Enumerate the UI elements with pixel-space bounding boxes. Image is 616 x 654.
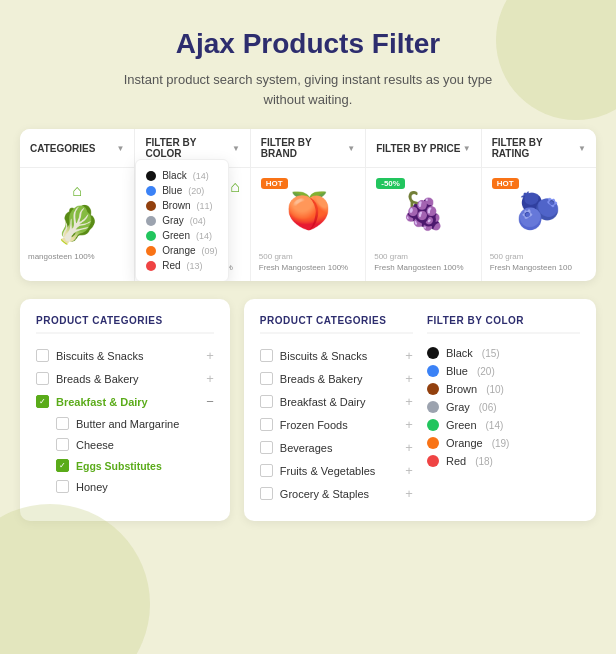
color-filter-count-blue: (20) bbox=[477, 366, 495, 377]
product-card-img-wrap-3: -50% 🍇 bbox=[374, 176, 472, 246]
middle-checkbox-fruits[interactable] bbox=[260, 464, 273, 477]
middle-panel: PRODUCT CATEGORIES Biscuits & Snacks + B… bbox=[260, 315, 413, 505]
color-row-red[interactable]: Red (13) bbox=[146, 258, 217, 273]
color-row-blue[interactable]: Blue (20) bbox=[146, 183, 217, 198]
cat-checkbox-breakfast[interactable] bbox=[36, 395, 49, 408]
cat-item-breakfast[interactable]: Breakfast & Dairy − bbox=[36, 390, 214, 413]
filter-bar-item-price[interactable]: FILTER BY PRICE ▼ bbox=[366, 129, 481, 167]
cat-checkbox-honey[interactable] bbox=[56, 480, 69, 493]
middle-expand-breakfast[interactable]: + bbox=[405, 394, 413, 409]
color-filter-dot-green bbox=[427, 419, 439, 431]
color-row-black[interactable]: Black (14) bbox=[146, 168, 217, 183]
product-emoji-3: 🍇 bbox=[401, 190, 446, 232]
product-badge-hot-4: HOT bbox=[492, 178, 519, 189]
color-row-orange[interactable]: Orange (09) bbox=[146, 243, 217, 258]
filter-bar-item-rating[interactable]: FILTER BY RATING ▼ bbox=[482, 129, 596, 167]
cat-item-cheese[interactable]: Cheese bbox=[36, 434, 214, 455]
cat-label-biscuits: Biscuits & Snacks bbox=[56, 350, 199, 362]
chevron-down-icon: ▼ bbox=[116, 144, 124, 153]
color-filter-blue[interactable]: Blue (20) bbox=[427, 362, 580, 380]
color-filter-count-orange: (19) bbox=[492, 438, 510, 449]
product-card-2[interactable]: HOT 🍑 500 gram Fresh Mangosteen 100% bbox=[251, 168, 366, 281]
filter-bar: CATEGORIES ▼ FILTER BY COLOR ▼ FILTER BY… bbox=[20, 129, 596, 168]
middle-cat-breads[interactable]: Breads & Bakery + bbox=[260, 367, 413, 390]
middle-cat-frozen[interactable]: Frozen Foods + bbox=[260, 413, 413, 436]
cat-expand-biscuits[interactable]: + bbox=[206, 348, 214, 363]
home-icon: ⌂ bbox=[230, 178, 240, 196]
middle-label-breads: Breads & Bakery bbox=[280, 373, 398, 385]
color-filter-gray[interactable]: Gray (06) bbox=[427, 398, 580, 416]
middle-expand-beverages[interactable]: + bbox=[405, 440, 413, 455]
cat-item-honey[interactable]: Honey bbox=[36, 476, 214, 497]
color-dot-orange bbox=[146, 246, 156, 256]
middle-checkbox-breads[interactable] bbox=[260, 372, 273, 385]
product-card-0[interactable]: ⌂ 🥬 mangosteen 100% bbox=[20, 168, 135, 281]
middle-panel-title: PRODUCT CATEGORIES bbox=[260, 315, 413, 334]
middle-label-frozen: Frozen Foods bbox=[280, 419, 398, 431]
color-count-red: (13) bbox=[187, 261, 203, 271]
cat-checkbox-cheese[interactable] bbox=[56, 438, 69, 451]
middle-cat-beverages[interactable]: Beverages + bbox=[260, 436, 413, 459]
middle-expand-frozen[interactable]: + bbox=[405, 417, 413, 432]
color-filter-panel: FILTER BY COLOR Black (15) Blue (20) Bro… bbox=[427, 315, 580, 505]
product-card-info-2: 500 gram Fresh Mangosteen 100% bbox=[259, 251, 357, 273]
cat-item-eggs[interactable]: Eggs Substitutes bbox=[36, 455, 214, 476]
color-filter-green[interactable]: Green (14) bbox=[427, 416, 580, 434]
color-name-green: Green bbox=[162, 230, 190, 241]
middle-label-beverages: Beverages bbox=[280, 442, 398, 454]
deco-circle-bottom-left bbox=[0, 504, 150, 654]
filter-bar-area: CATEGORIES ▼ FILTER BY COLOR ▼ FILTER BY… bbox=[20, 129, 596, 168]
product-weight-4: 500 gram bbox=[490, 251, 588, 262]
color-row-gray[interactable]: Gray (04) bbox=[146, 213, 217, 228]
page-wrapper: Ajax Products Filter Instant product sea… bbox=[0, 0, 616, 654]
product-card-4[interactable]: HOT 🫐 500 gram Fresh Mangosteen 100 bbox=[482, 168, 596, 281]
color-filter-brown[interactable]: Brown (10) bbox=[427, 380, 580, 398]
middle-expand-fruits[interactable]: + bbox=[405, 463, 413, 478]
cat-item-biscuits[interactable]: Biscuits & Snacks + bbox=[36, 344, 214, 367]
filter-bar-item-brand[interactable]: FILTER BY BRAND ▼ bbox=[251, 129, 366, 167]
cat-label-butter: Butter and Margarine bbox=[76, 418, 214, 430]
product-emoji-2: 🍑 bbox=[286, 190, 331, 232]
product-weight-3: 500 gram bbox=[374, 251, 472, 262]
right-panels: PRODUCT CATEGORIES Biscuits & Snacks + B… bbox=[244, 299, 596, 521]
color-filter-dot-gray bbox=[427, 401, 439, 413]
middle-checkbox-beverages[interactable] bbox=[260, 441, 273, 454]
cat-expand-breads[interactable]: + bbox=[206, 371, 214, 386]
filter-bar-item-categories[interactable]: CATEGORIES ▼ bbox=[20, 129, 135, 167]
middle-cat-fruits[interactable]: Fruits & Vegetables + bbox=[260, 459, 413, 482]
cat-collapse-breakfast[interactable]: − bbox=[206, 394, 214, 409]
middle-checkbox-biscuits[interactable] bbox=[260, 349, 273, 362]
color-row-green[interactable]: Green (14) bbox=[146, 228, 217, 243]
product-badge-hot-2: HOT bbox=[261, 178, 288, 189]
color-filter-red[interactable]: Red (18) bbox=[427, 452, 580, 470]
middle-label-biscuits: Biscuits & Snacks bbox=[280, 350, 398, 362]
cat-checkbox-eggs[interactable] bbox=[56, 459, 69, 472]
cat-checkbox-butter[interactable] bbox=[56, 417, 69, 430]
color-filter-black[interactable]: Black (15) bbox=[427, 344, 580, 362]
product-cards-row: ⌂ 🥬 mangosteen 100% HOT ⌂ 🥩 300 gram bbox=[20, 168, 596, 281]
middle-cat-breakfast[interactable]: Breakfast & Dairy + bbox=[260, 390, 413, 413]
middle-label-grocery: Grocery & Staples bbox=[280, 488, 398, 500]
middle-cat-biscuits[interactable]: Biscuits & Snacks + bbox=[260, 344, 413, 367]
cat-item-breads[interactable]: Breads & Bakery + bbox=[36, 367, 214, 390]
middle-checkbox-breakfast[interactable] bbox=[260, 395, 273, 408]
filter-bar-rating-label: FILTER BY RATING bbox=[492, 137, 578, 159]
color-filter-dot-brown bbox=[427, 383, 439, 395]
color-dropdown: Black (14) Blue (20) Brown (11) Gray (04… bbox=[135, 159, 228, 281]
middle-checkbox-grocery[interactable] bbox=[260, 487, 273, 500]
middle-checkbox-frozen[interactable] bbox=[260, 418, 273, 431]
cat-item-butter[interactable]: Butter and Margarine bbox=[36, 413, 214, 434]
middle-expand-grocery[interactable]: + bbox=[405, 486, 413, 501]
product-weight-2: 500 gram bbox=[259, 251, 357, 262]
product-badge-sale-3: -50% bbox=[376, 178, 405, 189]
middle-expand-biscuits[interactable]: + bbox=[405, 348, 413, 363]
middle-expand-breads[interactable]: + bbox=[405, 371, 413, 386]
color-filter-orange[interactable]: Orange (19) bbox=[427, 434, 580, 452]
color-row-brown[interactable]: Brown (11) bbox=[146, 198, 217, 213]
home-icon: ⌂ bbox=[72, 182, 82, 200]
cat-checkbox-breads[interactable] bbox=[36, 372, 49, 385]
cat-checkbox-biscuits[interactable] bbox=[36, 349, 49, 362]
color-name-orange: Orange bbox=[162, 245, 195, 256]
middle-cat-grocery[interactable]: Grocery & Staples + bbox=[260, 482, 413, 505]
product-card-3[interactable]: -50% 🍇 500 gram Fresh Mangosteen 100% bbox=[366, 168, 481, 281]
